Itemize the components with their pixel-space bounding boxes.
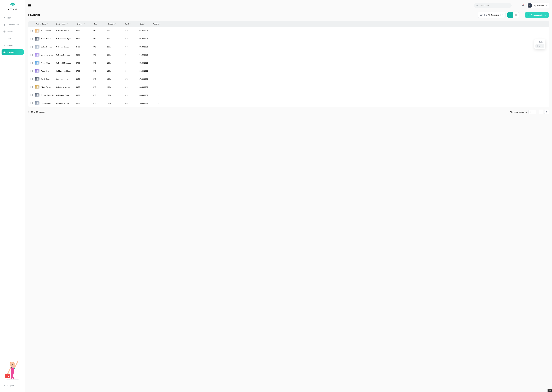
doctor-name: Dr .Bessie Cooper [56,46,76,48]
row-actions-button[interactable]: ••• [152,30,163,32]
new-appointment-button[interactable]: New Appointment [525,12,549,18]
col-total[interactable]: Total▼ [124,23,139,25]
row-checkbox[interactable] [30,102,33,104]
row-checkbox[interactable] [30,78,33,80]
page-select[interactable]: 1 [529,110,536,114]
row-actions-button[interactable]: ••• [152,46,163,48]
doctor-name: Dr. Ralph Edwards [56,54,76,56]
patient-name: Esther Howard [41,46,52,48]
tax-value: 5% [93,70,107,72]
patient-name: Leslie Alexander [41,54,53,56]
svg-rect-28 [516,15,517,16]
search-box[interactable] [474,3,512,8]
row-actions-button[interactable]: ••• [152,94,163,96]
logout-button[interactable]: Log Out [1,383,24,388]
row-checkbox[interactable] [30,70,33,72]
avatar [35,61,39,65]
caret-down-icon [533,112,534,112]
sort-dropdown[interactable]: Sort By : All Categories [478,12,506,18]
row-actions-button[interactable]: •••EditDelete [152,38,163,40]
tax-value: 5% [93,78,107,80]
charges-value: $700 [76,70,93,72]
doctor-name: Dr. Arlene McCoy [56,102,76,104]
date-value: 05/06/2021 [139,62,152,64]
col-actions[interactable]: Actions▼ [152,23,163,25]
svg-rect-26 [516,14,517,15]
patient-cell: Albert Flores [35,85,56,89]
prev-page-button[interactable] [539,110,543,114]
notifications-button[interactable] [522,4,524,7]
search-input[interactable] [479,5,509,7]
col-tax[interactable]: Tax▼ [93,23,107,25]
patient-name: Ronald Richards [41,94,54,96]
total-value: $350 [124,70,139,72]
row-actions-button[interactable]: ••• [152,86,163,88]
charges-value: $100 [76,54,93,56]
table-row: Jenny WilsonDr. Ronald Richards$7005%10%… [28,59,549,67]
brand-name: MEDICAL [1,8,24,10]
svg-rect-19 [28,6,31,7]
avatar [35,37,39,41]
sidebar-item-patient[interactable]: Patient [1,42,24,48]
row-checkbox[interactable] [30,86,33,88]
row-actions-button[interactable]: ••• [152,54,163,56]
patient-cell: Esther Howard [35,45,56,49]
col-charges[interactable]: Charges▼ [76,23,93,25]
col-doctor[interactable]: Doctor Name▼ [56,23,76,25]
table-row: Esther HowardDr .Bessie Cooper$4505%10%$… [28,43,549,51]
col-patient[interactable]: Patient Name▼ [35,23,56,25]
edit-action[interactable]: Edit [535,40,544,44]
menu-toggle[interactable] [28,5,31,7]
sidebar-item-doctors[interactable]: Doctors [1,29,24,34]
sidebar-item-staff[interactable]: Staff [1,35,24,41]
row-checkbox[interactable] [30,62,33,64]
row-actions-button[interactable]: ••• [152,102,163,104]
sidebar-item-home[interactable]: Home [1,15,24,21]
discount-value: 10% [107,102,124,104]
total-value: $50 [124,54,139,56]
sidebar-nav: HomeAppointmentsDoctorsStaffPatientPayme… [1,15,24,56]
avatar [35,101,39,105]
sidebar-item-label: Staff [7,37,11,40]
discount-value: 10% [107,86,124,88]
charges-value: $300 [76,30,93,32]
row-actions-button[interactable]: ••• [152,70,163,72]
avatar [35,77,39,81]
patient-name: Wade Warren [41,38,51,40]
table-row: Leslie AlexanderDr. Ralph Edwards$1005%1… [28,51,549,59]
table-body: Jane CooperDr. Kristin Watson$3005%10%$2… [28,27,549,107]
next-page-button[interactable] [544,110,549,114]
doctor-name: Dr. Courtney Henry [56,78,76,80]
logout-icon [3,385,6,387]
row-actions-button[interactable]: ••• [152,62,163,64]
table-footer: 1 - 10 of 50 records The page you'er on … [28,110,549,114]
sort-value: All Categories [488,14,499,16]
sidebar-item-payment[interactable]: Payment [1,49,24,55]
grid-view-button[interactable] [513,12,519,18]
view-toggle [507,12,519,18]
sidebar-item-appointments[interactable]: Appointments [1,22,24,28]
row-checkbox[interactable] [30,46,33,48]
row-checkbox[interactable] [30,30,33,32]
svg-rect-12 [13,378,14,379]
row-checkbox[interactable] [30,94,33,96]
doctor-name: Dr. Ronald Richards [56,62,76,64]
col-data[interactable]: Data▼ [139,23,152,25]
avatar [35,45,39,49]
select-all-checkbox[interactable] [31,23,33,25]
patient-cell: Annette Black [35,101,56,105]
svg-point-3 [5,38,5,38]
row-actions-button[interactable]: ••• [152,78,163,80]
delete-action[interactable]: Delete [535,44,544,48]
list-view-button[interactable] [507,12,513,18]
doctor-name: Dr. Kathryn Murphy [56,86,76,88]
row-checkbox[interactable] [30,54,33,56]
total-value: $500 [124,94,139,96]
new-appointment-label: New Appointment [531,14,546,16]
sidebar-item-label: Home [7,17,13,19]
row-checkbox[interactable] [30,38,33,40]
charges-value: $450 [76,46,93,48]
profile-menu[interactable]: Guy Hawkins [527,3,549,8]
col-discount[interactable]: Discount▼ [107,23,124,25]
home-icon [3,17,6,19]
